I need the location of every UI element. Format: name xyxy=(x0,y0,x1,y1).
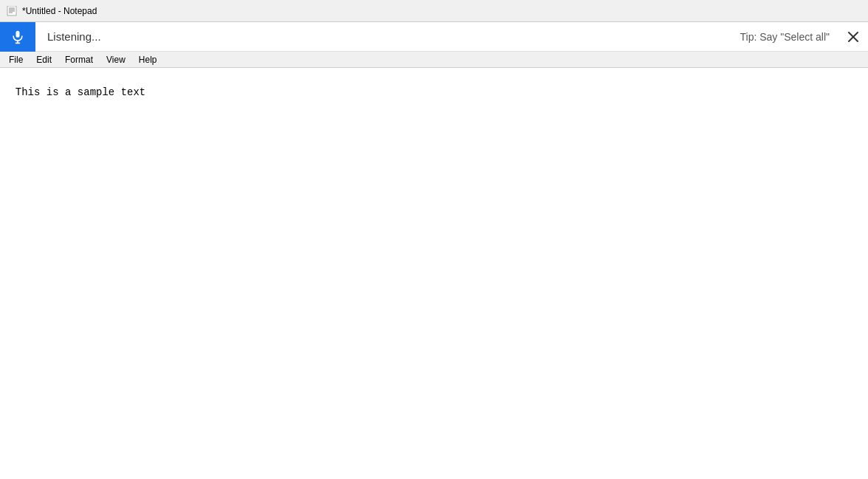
microphone-button[interactable] xyxy=(0,22,35,52)
close-icon xyxy=(847,31,859,43)
notepad-app-icon xyxy=(6,5,18,17)
microphone-icon xyxy=(10,30,25,44)
editor-content: This is a sample text xyxy=(16,86,145,98)
menu-edit[interactable]: Edit xyxy=(30,53,58,66)
voice-tip-text: Tip: Say "Select all" xyxy=(740,31,838,43)
menu-view[interactable]: View xyxy=(100,53,131,66)
menu-bar: File Edit Format View Help xyxy=(0,52,868,68)
menu-file[interactable]: File xyxy=(3,53,29,66)
menu-format[interactable]: Format xyxy=(59,53,99,66)
menu-help[interactable]: Help xyxy=(133,53,163,66)
window-title: *Untitled - Notepad xyxy=(22,6,862,16)
voice-bar: Listening... Tip: Say "Select all" xyxy=(0,22,868,52)
listening-status-text: Listening... xyxy=(35,30,740,43)
text-editor[interactable]: This is a sample text xyxy=(0,68,868,479)
voice-close-button[interactable] xyxy=(838,22,868,52)
title-bar: *Untitled - Notepad xyxy=(0,0,868,22)
svg-rect-5 xyxy=(16,30,20,37)
